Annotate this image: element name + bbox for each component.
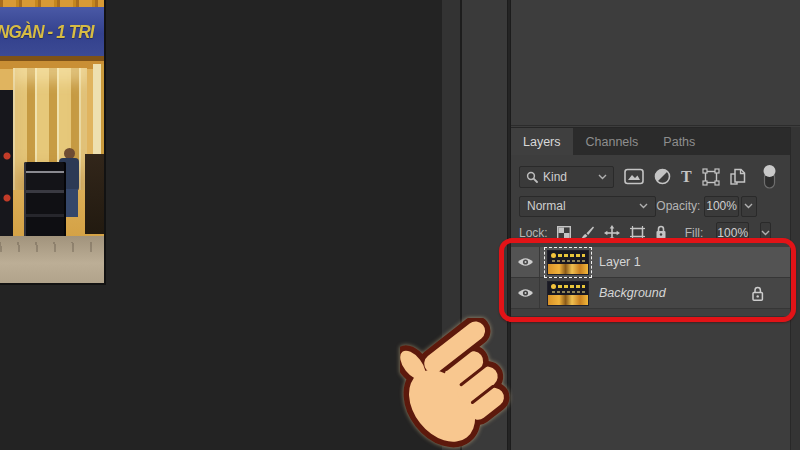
photo-storefront (0, 56, 104, 236)
eye-icon (517, 256, 534, 268)
type-layer-filter-icon[interactable]: T (681, 169, 692, 185)
layer-thumbnail[interactable] (547, 250, 589, 275)
panel-scroll-edge[interactable] (790, 127, 800, 450)
lock-artboard-nesting-icon[interactable] (629, 225, 646, 240)
fill-value: 100% (717, 226, 748, 240)
opacity-label: Opacity: (656, 199, 700, 213)
lock-image-pixels-icon[interactable] (580, 225, 595, 240)
adjustment-layer-filter-icon[interactable] (654, 168, 671, 185)
chevron-down-icon (598, 174, 607, 180)
layers-panel: Layers Channels Paths Kind (511, 0, 800, 450)
background-lock-icon (751, 286, 764, 302)
photo-top-strip (0, 0, 104, 7)
storefront-cabinet (85, 154, 104, 234)
storefront-speaker-column (0, 90, 13, 240)
visibility-toggle[interactable] (511, 278, 540, 308)
floor-marks (0, 242, 104, 252)
panel-empty-area (511, 0, 800, 126)
opacity-value-field[interactable]: 100% (704, 196, 738, 217)
opacity-dropdown-button[interactable] (741, 196, 757, 217)
chevron-down-icon (639, 203, 648, 209)
photo-floor (0, 236, 104, 285)
tab-channels[interactable]: Channels (574, 128, 651, 155)
photo-banner-text: NGÀN - 1 TRI (0, 21, 94, 43)
lock-transparent-pixels-icon[interactable] (557, 226, 571, 240)
thumb-art (551, 284, 556, 289)
blend-row: Normal Opacity: 100% (511, 195, 790, 217)
thumb-art (548, 295, 588, 305)
shape-layer-filter-icon[interactable] (702, 168, 720, 186)
storefront-road-case (24, 162, 66, 238)
layer-row-background[interactable]: Background (511, 278, 790, 309)
photo-banner: NGÀN - 1 TRI (0, 7, 104, 56)
dock-strip (442, 0, 460, 450)
thumb-art (552, 260, 586, 262)
layer-thumbnail[interactable] (547, 281, 589, 306)
lock-row: Lock: Fill: 100% (511, 222, 790, 243)
filter-toggle-switch[interactable] (761, 164, 778, 190)
fill-value-field[interactable]: 100% (716, 222, 749, 243)
layer-name[interactable]: Background (599, 286, 666, 300)
eye-icon (517, 287, 534, 299)
thumb-art (558, 254, 585, 257)
pixel-layer-filter-icon[interactable] (624, 168, 644, 185)
opacity-value: 100% (706, 199, 737, 213)
thumb-art (551, 253, 556, 258)
search-icon (526, 171, 538, 183)
fill-dropdown-button[interactable] (760, 222, 771, 243)
filter-type-icons: T (624, 164, 782, 190)
blend-mode-dropdown[interactable]: Normal (519, 196, 656, 217)
tab-paths[interactable]: Paths (651, 128, 707, 155)
panel-tab-bar: Layers Channels Paths (511, 127, 790, 155)
document-canvas[interactable]: NGÀN - 1 TRI (0, 0, 106, 285)
layer-list: Layer 1 Background (511, 247, 790, 317)
filter-kind-label: Kind (543, 170, 593, 184)
smart-object-filter-icon[interactable] (730, 168, 746, 186)
visibility-toggle[interactable] (511, 247, 540, 277)
fill-label: Fill: (685, 226, 704, 240)
dock-strip-inner (462, 0, 507, 450)
layer-filter-row: Kind T (511, 163, 790, 190)
filter-kind-dropdown[interactable]: Kind (519, 166, 614, 188)
lock-label: Lock: (519, 226, 548, 240)
photoshop-workspace: NGÀN - 1 TRI Layers Channels (0, 0, 800, 450)
layer-list-empty-row (511, 309, 790, 317)
blend-mode-value: Normal (527, 199, 639, 213)
lock-position-icon[interactable] (604, 225, 620, 241)
layer-name[interactable]: Layer 1 (599, 255, 641, 269)
tab-layers[interactable]: Layers (511, 128, 573, 155)
lock-all-icon[interactable] (655, 225, 667, 240)
thumb-art (552, 291, 586, 293)
thumb-art (548, 264, 588, 274)
thumb-art (558, 285, 585, 288)
layer-row-layer1[interactable]: Layer 1 (511, 247, 790, 278)
